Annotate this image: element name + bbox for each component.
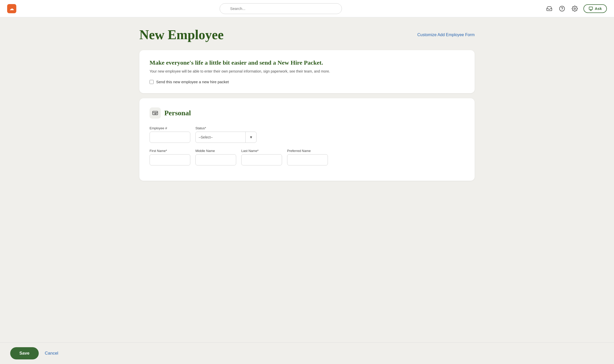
last-name-group: Last Name* (241, 149, 282, 165)
preferred-name-input[interactable] (287, 154, 328, 165)
employee-num-group: Employee # (150, 126, 190, 143)
topnav-icons: Ask (545, 4, 607, 13)
first-name-label: First Name* (150, 149, 190, 153)
status-select-wrapper: –Select– Active Inactive ▼ (195, 132, 257, 143)
settings-button[interactable] (571, 5, 579, 13)
help-button[interactable] (558, 5, 566, 13)
ask-button[interactable]: Ask (583, 4, 607, 13)
form-row-2: First Name* Middle Name Last Name* Prefe… (150, 149, 464, 165)
ask-label: Ask (595, 6, 602, 11)
settings-icon (572, 6, 578, 12)
first-name-group: First Name* (150, 149, 190, 165)
personal-section-icon (150, 107, 161, 119)
svg-point-2 (574, 8, 576, 9)
hire-packet-checkbox-label: Send this new employee a new hire packet (156, 80, 229, 84)
middle-name-input[interactable] (195, 154, 236, 165)
hire-packet-heading: Make everyone's life a little bit easier… (150, 59, 464, 66)
search-wrapper: 🔍 (20, 3, 541, 14)
id-card-icon (152, 110, 158, 116)
page-title: New Employee (139, 27, 224, 42)
cancel-button[interactable]: Cancel (45, 351, 58, 356)
status-label: Status* (195, 126, 257, 130)
employee-num-input[interactable] (150, 132, 190, 143)
svg-point-8 (154, 114, 155, 114)
preferred-name-label: Preferred Name (287, 149, 328, 153)
app-logo: ☁ (7, 4, 16, 13)
hire-packet-checkbox-row[interactable]: Send this new employee a new hire packet (150, 80, 464, 84)
save-button[interactable]: Save (10, 347, 39, 359)
first-name-input[interactable] (150, 154, 190, 165)
form-row-1: Employee # Status* –Select– Active Inact… (150, 126, 464, 143)
hire-packet-checkbox[interactable] (150, 80, 154, 84)
status-select[interactable]: –Select– Active Inactive (195, 132, 257, 143)
svg-rect-3 (589, 7, 593, 10)
customize-form-link[interactable]: Customize Add Employee Form (417, 33, 475, 37)
inbox-button[interactable] (545, 5, 553, 13)
top-navigation: ☁ 🔍 (0, 0, 614, 17)
search-container: 🔍 (220, 3, 342, 14)
last-name-input[interactable] (241, 154, 282, 165)
hire-packet-card: Make everyone's life a little bit easier… (139, 50, 475, 93)
personal-section-card: Personal Employee # Status* –Select– Act… (139, 98, 475, 181)
middle-name-group: Middle Name (195, 149, 236, 165)
inbox-icon (546, 6, 552, 12)
hire-packet-description: Your new employee will be able to enter … (150, 69, 464, 74)
search-input[interactable] (220, 3, 342, 14)
ask-icon (589, 6, 593, 11)
preferred-name-group: Preferred Name (287, 149, 328, 165)
middle-name-label: Middle Name (195, 149, 236, 153)
section-title: Personal (164, 109, 191, 117)
section-header: Personal (150, 107, 464, 119)
employee-num-label: Employee # (150, 126, 190, 130)
main-content: New Employee Customize Add Employee Form… (131, 17, 483, 216)
help-icon (559, 6, 565, 12)
bottom-bar: Save Cancel (0, 342, 614, 364)
page-header: New Employee Customize Add Employee Form (139, 27, 475, 42)
last-name-label: Last Name* (241, 149, 282, 153)
status-group: Status* –Select– Active Inactive ▼ (195, 126, 257, 143)
